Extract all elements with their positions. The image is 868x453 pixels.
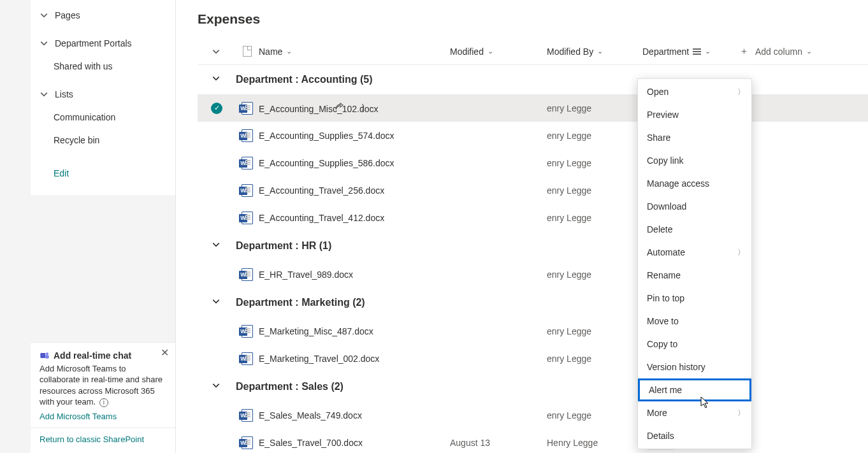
group-header[interactable]: Department : Accounting (5) xyxy=(198,65,868,94)
promo-title: Add real-time chat xyxy=(54,350,131,361)
sidebar-item-shared-with-us[interactable]: Shared with us xyxy=(31,55,175,78)
modified-by-column-header[interactable]: Modified By⌄ xyxy=(547,47,642,57)
word-file-icon xyxy=(242,102,253,115)
sidebar-item-label: Department Portals xyxy=(55,38,132,48)
menu-item-alert-me[interactable]: Alert me xyxy=(638,378,751,401)
edit-nav-link[interactable]: Edit xyxy=(31,162,175,185)
file-row[interactable]: E_Accounting_Supplies_586.docxenry Legge… xyxy=(198,149,868,176)
left-sidebar: PagesDepartment PortalsShared with usLis… xyxy=(0,0,176,453)
menu-item-rename[interactable]: Rename xyxy=(638,264,751,287)
selected-check-icon[interactable] xyxy=(211,103,222,114)
menu-item-label: Copy link xyxy=(647,155,684,166)
expand-all-toggle[interactable] xyxy=(198,47,236,56)
group-title: Department : Marketing (2) xyxy=(236,297,365,308)
menu-item-label: Pin to top xyxy=(647,293,684,303)
menu-item-delete[interactable]: Delete xyxy=(638,218,751,241)
menu-item-pin-to-top[interactable]: Pin to top xyxy=(638,287,751,310)
page-title: Expenses xyxy=(198,11,868,27)
word-file-icon xyxy=(242,129,253,142)
file-name: E_Accounting_Supplies_586.docx xyxy=(259,158,450,168)
type-column-header[interactable] xyxy=(236,46,259,57)
teams-promo: ✕ Add real-time chat Add Microsoft Teams… xyxy=(31,342,175,428)
chevron-down-icon xyxy=(40,90,48,99)
file-row[interactable]: E_Accounting_Supplies_574.docxenry Legge… xyxy=(198,122,868,149)
sidebar-item-lists[interactable]: Lists xyxy=(31,83,175,106)
file-name: E_Sales_Travel_700.docx xyxy=(259,438,450,448)
file-row[interactable]: E_Accounting_Travel_412.docxenry LeggeAc… xyxy=(198,204,868,231)
modified-by-cell: enry Legge xyxy=(547,270,642,280)
file-name: E_Marketing_Misc_487.docx xyxy=(259,326,450,336)
file-name: E_Accounting_Misc_102.docx⋮ xyxy=(259,102,450,114)
sidebar-item-department-portals[interactable]: Department Portals xyxy=(31,32,175,55)
chevron-down-icon xyxy=(212,381,221,392)
svg-point-1 xyxy=(46,352,48,355)
menu-item-automate[interactable]: Automate〉 xyxy=(638,241,751,264)
sidebar-item-label: Shared with us xyxy=(54,61,113,71)
modified-by-cell: enry Legge xyxy=(547,354,642,364)
svg-rect-0 xyxy=(40,353,45,358)
sidebar-item-pages[interactable]: Pages xyxy=(31,4,175,27)
file-name: E_Accounting_Travel_412.docx xyxy=(259,213,450,223)
file-row[interactable]: E_Sales_Travel_700.docxAugust 13Henry Le… xyxy=(198,429,868,453)
group-title: Department : Sales (2) xyxy=(236,381,344,392)
menu-item-share[interactable]: Share xyxy=(638,126,751,149)
modified-by-cell: enry Legge xyxy=(547,213,642,223)
add-teams-link[interactable]: Add Microsoft Teams xyxy=(40,412,117,421)
sidebar-item-label: Pages xyxy=(55,10,80,20)
file-name: E_Marketing_Travel_002.docx xyxy=(259,354,450,364)
modified-by-cell: enry Legge xyxy=(547,326,642,336)
sidebar-item-recycle-bin[interactable]: Recycle bin xyxy=(31,129,175,152)
file-row[interactable]: E_HR_Travel_989.docxenry LeggeHR xyxy=(198,261,868,288)
department-column-header[interactable]: Department ⌄ xyxy=(642,47,739,57)
file-row[interactable]: E_Sales_Meals_749.docxenry LeggeSales xyxy=(198,401,868,429)
menu-item-details[interactable]: Details xyxy=(638,424,751,447)
menu-item-open[interactable]: Open〉 xyxy=(638,80,751,103)
menu-item-more[interactable]: More〉 xyxy=(638,401,751,424)
name-column-header[interactable]: Name⌄ xyxy=(259,47,450,57)
modified-by-cell: enry Legge xyxy=(547,103,642,113)
menu-item-manage-access[interactable]: Manage access xyxy=(638,172,751,195)
menu-item-version-history[interactable]: Version history xyxy=(638,356,751,378)
file-row[interactable]: E_Marketing_Misc_487.docxenry LeggeMarke… xyxy=(198,317,868,345)
file-row[interactable]: E_Marketing_Travel_002.docxenry LeggeMar… xyxy=(198,345,868,372)
word-file-icon xyxy=(242,212,253,224)
word-file-icon xyxy=(242,325,253,338)
menu-item-download[interactable]: Download xyxy=(638,195,751,218)
modified-column-header[interactable]: Modified⌄ xyxy=(450,47,547,57)
modified-by-cell: Henry Legge xyxy=(547,438,642,448)
group-header[interactable]: Department : Marketing (2) xyxy=(198,288,868,317)
modified-by-cell: enry Legge xyxy=(547,131,642,141)
close-icon[interactable]: ✕ xyxy=(161,347,169,359)
word-file-icon xyxy=(242,268,253,281)
word-file-icon xyxy=(242,436,253,449)
main-content: Expenses Name⌄ Modified⌄ Modified By⌄ De… xyxy=(176,0,868,453)
sidebar-item-label: Recycle bin xyxy=(54,135,99,145)
document-icon xyxy=(243,46,252,57)
menu-item-move-to[interactable]: Move to xyxy=(638,310,751,333)
menu-item-label: Rename xyxy=(647,270,681,280)
chevron-down-icon xyxy=(212,240,221,252)
return-classic-link[interactable]: Return to classic SharePoint xyxy=(31,428,175,453)
menu-item-label: Details xyxy=(647,431,674,441)
chevron-right-icon: 〉 xyxy=(737,408,745,419)
info-icon[interactable]: i xyxy=(99,398,108,407)
share-icon[interactable] xyxy=(334,102,344,114)
menu-item-copy-to[interactable]: Copy to xyxy=(638,333,751,356)
chevron-down-icon xyxy=(212,297,221,308)
add-column-button[interactable]: ＋Add column ⌄ xyxy=(739,45,828,57)
sidebar-item-communication[interactable]: Communication xyxy=(31,106,175,129)
sidebar-item-label: Lists xyxy=(55,89,73,99)
modified-by-cell: enry Legge xyxy=(547,185,642,196)
chevron-down-icon xyxy=(40,11,48,20)
file-name: E_HR_Travel_989.docx xyxy=(259,270,450,280)
menu-item-copy-link[interactable]: Copy link xyxy=(638,149,751,172)
file-row[interactable]: E_Accounting_Misc_102.docx⋮enry LeggeAcc… xyxy=(198,94,868,122)
group-header[interactable]: Department : Sales (2) xyxy=(198,372,868,401)
chevron-down-icon xyxy=(40,39,48,48)
modified-by-cell: enry Legge xyxy=(547,410,642,421)
menu-item-preview[interactable]: Preview xyxy=(638,103,751,126)
group-header[interactable]: Department : HR (1) xyxy=(198,231,868,261)
file-row[interactable]: E_Accounting_Travel_256.docxenry LeggeAc… xyxy=(198,176,868,204)
more-icon[interactable]: ⋮ xyxy=(358,102,367,114)
menu-item-label: Share xyxy=(647,133,670,143)
